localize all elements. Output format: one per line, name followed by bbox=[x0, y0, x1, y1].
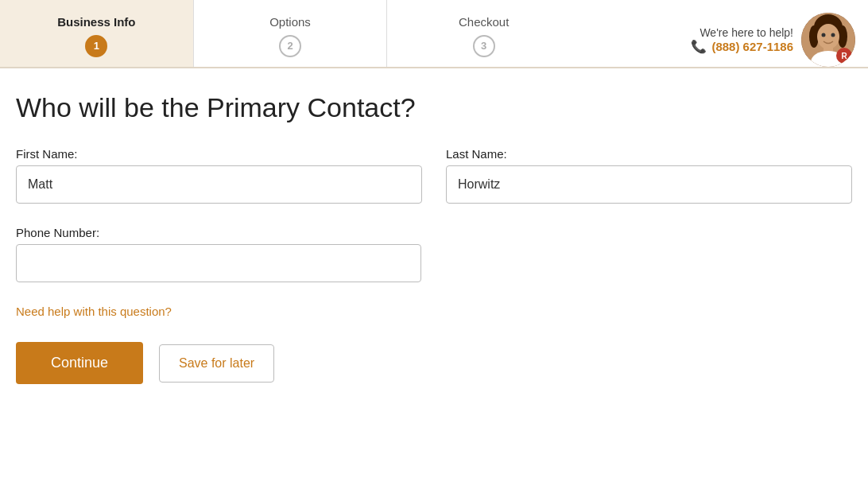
step-1-label: Business Info bbox=[57, 15, 135, 29]
svg-point-8 bbox=[831, 33, 835, 37]
help-phone-number: (888) 627-1186 bbox=[711, 40, 793, 53]
first-name-input[interactable] bbox=[16, 165, 422, 204]
step-1-circle: 1 bbox=[85, 35, 107, 57]
avatar: R bbox=[801, 13, 855, 67]
step-2-circle: 2 bbox=[279, 35, 301, 57]
svg-point-4 bbox=[817, 24, 839, 49]
step-2-label: Options bbox=[269, 15, 311, 29]
save-later-button[interactable]: Save for later bbox=[159, 344, 274, 383]
svg-point-7 bbox=[822, 33, 826, 37]
help-title: We're here to help! bbox=[691, 26, 793, 39]
step-3-label: Checkout bbox=[459, 15, 509, 29]
last-name-label: Last Name: bbox=[446, 147, 852, 161]
button-row: Continue Save for later bbox=[16, 342, 852, 384]
help-phone[interactable]: 📞 (888) 627-1186 bbox=[691, 39, 793, 54]
name-row: First Name: Last Name: bbox=[16, 147, 852, 204]
header: Business Info 1 Options 2 Checkout 3 We'… bbox=[0, 0, 868, 68]
help-text-block: We're here to help! 📞 (888) 627-1186 bbox=[691, 26, 793, 54]
steps-container: Business Info 1 Options 2 Checkout 3 bbox=[0, 0, 580, 67]
main-content: Who will be the Primary Contact? First N… bbox=[0, 68, 868, 408]
phone-input[interactable] bbox=[16, 244, 421, 282]
first-name-group: First Name: bbox=[16, 147, 422, 204]
continue-button[interactable]: Continue bbox=[16, 342, 143, 384]
step-3[interactable]: Checkout 3 bbox=[387, 0, 580, 67]
last-name-group: Last Name: bbox=[446, 147, 852, 204]
first-name-label: First Name: bbox=[16, 147, 422, 161]
phone-icon: 📞 bbox=[691, 39, 707, 54]
svg-text:R: R bbox=[841, 52, 847, 60]
last-name-input[interactable] bbox=[446, 165, 852, 204]
help-area: We're here to help! 📞 (888) 627-1186 bbox=[691, 0, 868, 67]
phone-row: Phone Number: bbox=[16, 226, 852, 282]
step-3-circle: 3 bbox=[473, 35, 495, 57]
step-2[interactable]: Options 2 bbox=[194, 0, 387, 67]
phone-group: Phone Number: bbox=[16, 226, 421, 282]
step-1[interactable]: Business Info 1 bbox=[0, 0, 193, 67]
help-question-link[interactable]: Need help with this question? bbox=[16, 305, 172, 318]
page-title: Who will be the Primary Contact? bbox=[16, 92, 852, 123]
phone-label: Phone Number: bbox=[16, 226, 421, 239]
